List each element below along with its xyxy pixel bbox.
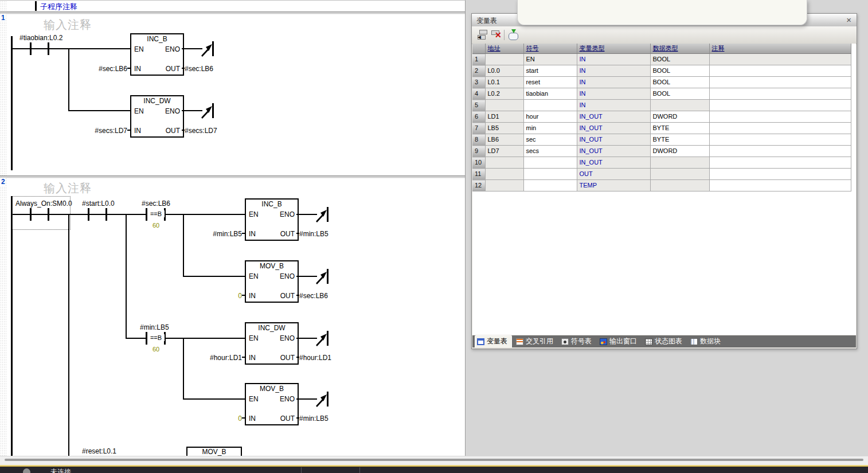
operand-out[interactable]: #sec:LB6 <box>299 292 328 300</box>
dtype-cell[interactable]: BOOL <box>650 77 709 88</box>
compare-constant[interactable]: 60 <box>147 346 165 353</box>
addr-cell[interactable] <box>485 180 523 191</box>
tab-data-block[interactable]: 数据块 <box>689 336 725 347</box>
row-number[interactable]: 11 <box>472 169 485 180</box>
contact-symbol[interactable] <box>48 208 49 221</box>
addr-cell[interactable] <box>485 157 523 169</box>
row-number[interactable]: 9 <box>472 146 485 157</box>
pou-comment[interactable]: 子程序注释 <box>40 2 77 12</box>
symbol-cell[interactable]: EN <box>523 54 577 65</box>
symbol-cell[interactable]: hour <box>523 111 577 123</box>
type-cell[interactable]: IN <box>577 54 650 65</box>
symbol-cell[interactable]: min <box>523 123 577 134</box>
addr-cell[interactable]: LD7 <box>485 146 523 157</box>
function-block-inc-b[interactable]: INC_B EN ENO IN OUT <box>245 198 299 241</box>
comment-cell[interactable] <box>709 65 851 77</box>
network-2-number[interactable]: 2 <box>1 178 6 186</box>
row-number[interactable]: 3 <box>472 77 485 88</box>
type-cell[interactable]: IN <box>577 77 650 88</box>
tab-output-window[interactable]: 输出窗口 <box>598 336 641 347</box>
symbol-cell[interactable] <box>523 100 577 111</box>
dtype-cell[interactable]: DWORD <box>650 146 709 157</box>
operand-in[interactable]: #secs:LD7 <box>64 127 127 135</box>
row-number[interactable]: 8 <box>472 134 485 146</box>
function-block-mov-b-partial[interactable]: MOV_B <box>186 447 242 456</box>
addr-cell[interactable]: LD1 <box>485 111 523 123</box>
type-cell[interactable]: OUT <box>577 169 650 180</box>
comment-cell[interactable] <box>709 146 851 157</box>
network-1-comment[interactable]: 输入注释 <box>44 17 92 33</box>
row-number[interactable]: 4 <box>472 88 485 100</box>
row-number[interactable]: 7 <box>472 123 485 134</box>
type-cell[interactable]: IN_OUT <box>577 134 650 146</box>
type-cell[interactable]: IN <box>577 100 650 111</box>
compare-contact-label[interactable]: #min:LB5 <box>140 323 169 331</box>
operand-in[interactable]: #hour:LD1 <box>179 354 242 362</box>
function-block-inc-b[interactable]: INC_B EN ENO IN OUT <box>130 33 184 76</box>
dtype-cell[interactable] <box>650 180 709 191</box>
function-block-inc-dw[interactable]: INC_DW EN ENO IN OUT <box>130 95 184 138</box>
type-cell[interactable]: IN <box>577 65 650 77</box>
contact-label[interactable]: #tiaobian:L0.2 <box>19 34 62 42</box>
comment-cell[interactable] <box>709 77 851 88</box>
symbol-cell[interactable]: secs <box>523 146 577 157</box>
operand-out[interactable]: #min:LB5 <box>299 230 329 238</box>
addr-cell[interactable] <box>485 100 523 111</box>
type-cell[interactable]: IN_OUT <box>577 146 650 157</box>
symbol-cell[interactable] <box>523 180 577 191</box>
symbol-cell[interactable]: tiaobian <box>523 88 577 100</box>
function-block-mov-b[interactable]: MOV_B EN ENO IN OUT <box>245 383 299 425</box>
addr-cell[interactable]: L0.1 <box>485 77 523 88</box>
type-cell[interactable]: IN_OUT <box>577 123 650 134</box>
symbol-cell[interactable]: sec <box>523 134 577 146</box>
row-number[interactable]: 5 <box>472 100 485 111</box>
operand-out[interactable]: #sec:LB6 <box>185 65 213 73</box>
contact-symbol[interactable] <box>30 42 32 55</box>
dtype-cell[interactable]: DWORD <box>650 111 709 123</box>
comment-cell[interactable] <box>709 169 851 180</box>
contact-symbol[interactable] <box>105 208 107 221</box>
contact-symbol[interactable] <box>88 208 89 221</box>
addr-cell[interactable] <box>485 169 523 180</box>
function-block-inc-dw[interactable]: INC_DW EN ENO IN OUT <box>245 322 299 365</box>
symbol-cell[interactable]: start <box>523 65 577 77</box>
operand-out[interactable]: #hour:LD1 <box>299 354 331 362</box>
operand-out[interactable]: #min:LB5 <box>299 415 329 423</box>
dtype-cell[interactable] <box>650 169 709 180</box>
tab-cross-reference[interactable]: 交叉引用 <box>514 336 557 347</box>
dtype-cell[interactable]: BYTE <box>650 123 709 134</box>
comment-cell[interactable] <box>709 134 851 146</box>
row-number[interactable]: 10 <box>472 157 485 169</box>
row-number[interactable]: 1 <box>472 54 485 65</box>
dtype-cell[interactable]: BYTE <box>650 134 709 146</box>
row-number[interactable]: 6 <box>472 111 485 123</box>
contact-label[interactable]: #reset:L0.1 <box>82 447 116 455</box>
network-1-number[interactable]: 1 <box>1 14 6 22</box>
operand-in[interactable]: #sec:LB6 <box>64 65 127 73</box>
contact-symbol[interactable] <box>48 42 49 55</box>
contact-label[interactable]: Always_On:SM0.0 <box>15 200 72 208</box>
close-icon[interactable]: × <box>846 15 851 25</box>
comment-cell[interactable] <box>709 54 851 65</box>
operand-in[interactable]: 0 <box>179 415 242 423</box>
delete-row-icon[interactable]: ✕ <box>490 29 502 41</box>
symbol-cell[interactable] <box>523 169 577 180</box>
operand-out[interactable]: #secs:LD7 <box>185 127 217 135</box>
operand-in[interactable]: 0 <box>179 292 242 300</box>
comment-cell[interactable] <box>709 123 851 134</box>
addr-cell[interactable]: LB6 <box>485 134 523 146</box>
dtype-cell[interactable]: BOOL <box>650 65 709 77</box>
tab-variable-table[interactable]: 变量表 <box>475 335 512 347</box>
addr-cell[interactable]: LB5 <box>485 123 523 134</box>
row-number[interactable]: 2 <box>472 65 485 77</box>
addr-cell[interactable]: L0.2 <box>485 88 523 100</box>
addr-cell[interactable] <box>485 54 523 65</box>
dtype-cell[interactable]: BOOL <box>650 88 709 100</box>
comment-cell[interactable] <box>709 157 851 169</box>
type-cell[interactable]: IN_OUT <box>577 157 650 169</box>
comment-cell[interactable] <box>709 100 851 111</box>
symbol-cell[interactable]: reset <box>523 77 577 88</box>
row-number[interactable]: 12 <box>472 180 485 191</box>
compare-constant[interactable]: 60 <box>147 222 165 229</box>
type-cell[interactable]: IN <box>577 88 650 100</box>
